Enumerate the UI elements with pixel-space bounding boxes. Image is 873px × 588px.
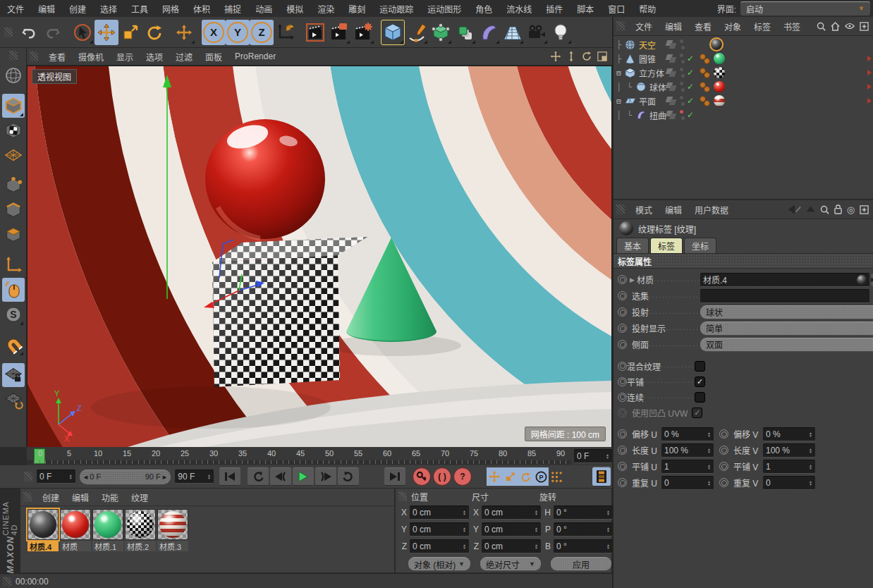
add-box-icon[interactable]: [860, 205, 869, 214]
vp-menu-view[interactable]: 查看: [42, 51, 72, 63]
viewport-rotate-icon[interactable]: [581, 51, 592, 62]
search-icon[interactable]: [817, 22, 826, 31]
offset-v-field[interactable]: 0 %▲▼: [763, 427, 815, 441]
menu-sculpt[interactable]: 雕刻: [341, 3, 372, 15]
offset-u-field[interactable]: 0 %▲▼: [661, 427, 714, 441]
vp-menu-options[interactable]: 选项: [140, 51, 169, 63]
light-button[interactable]: [549, 20, 573, 45]
apply-button[interactable]: 应用: [551, 557, 611, 571]
menu-animate[interactable]: 动画: [248, 3, 279, 15]
menu-pipeline[interactable]: 流水线: [499, 3, 539, 15]
instance-array-button[interactable]: [453, 20, 477, 45]
play-button[interactable]: [293, 467, 314, 486]
keyframe-dot[interactable]: [618, 307, 627, 317]
layer-toggle[interactable]: [666, 82, 677, 92]
selection-field[interactable]: [700, 289, 869, 303]
enabled-check[interactable]: ✓: [687, 54, 697, 63]
enabled-check[interactable]: ✓: [687, 110, 697, 120]
timeline-track[interactable]: 0 5 10 15 20 25 30 35 40 45 50 55 60 65 …: [27, 448, 571, 465]
tag-dots[interactable]: [700, 54, 711, 64]
length-v-field[interactable]: 100 %▲▼: [763, 443, 815, 458]
rotation-b-field[interactable]: 0 °▲▼: [554, 539, 613, 553]
keyframe-dot[interactable]: [618, 393, 627, 402]
mix-textures-checkbox[interactable]: [695, 361, 705, 372]
menu-volume[interactable]: 体积: [186, 3, 217, 15]
start-frame-field[interactable]: 0 F▲▼: [37, 470, 75, 484]
menu-motion-tracker[interactable]: 运动跟踪: [372, 3, 420, 15]
om-menu-view[interactable]: 查看: [688, 20, 718, 32]
spinner[interactable]: ▲▼: [606, 453, 609, 459]
am-menu-edit[interactable]: 编辑: [659, 204, 688, 216]
key-pla-toggle[interactable]: [549, 467, 564, 486]
key-parameter-toggle[interactable]: P: [533, 467, 549, 486]
am-grip[interactable]: [616, 204, 625, 214]
texture-tag-stripes[interactable]: [714, 95, 725, 106]
viewport-grip[interactable]: [30, 51, 38, 61]
texture-tag-green[interactable]: [714, 53, 725, 64]
mat-menu-create[interactable]: 创建: [36, 491, 66, 503]
last-tool-button[interactable]: [172, 20, 196, 45]
add-box-icon[interactable]: [860, 22, 869, 31]
tab-tag[interactable]: 标签: [650, 238, 683, 253]
vp-menu-cameras[interactable]: 摄像机: [72, 51, 110, 63]
move-tool-button[interactable]: [94, 20, 118, 45]
vp-menu-filter[interactable]: 过滤: [169, 51, 199, 63]
lock-y-axis-button[interactable]: Y: [226, 20, 250, 45]
tag-dots[interactable]: [700, 68, 711, 78]
visibility-dots[interactable]: [680, 39, 685, 49]
enabled-check[interactable]: ✓: [687, 68, 697, 78]
open-timeline-button[interactable]: [592, 467, 611, 486]
tiles-u-field[interactable]: 1▲▼: [661, 460, 714, 474]
material-item-red[interactable]: 材质: [60, 509, 91, 551]
record-keyframe-button[interactable]: [413, 467, 431, 486]
rotate-tool-button[interactable]: [142, 20, 166, 45]
visibility-dots[interactable]: [680, 96, 685, 106]
mat-menu-edit[interactable]: 编辑: [66, 491, 95, 503]
position-x-field[interactable]: 0 cm▲▼: [410, 506, 469, 520]
previous-frame-button[interactable]: [270, 467, 291, 486]
mat-menu-texture[interactable]: 纹理: [125, 491, 154, 503]
visibility-dots[interactable]: [680, 54, 685, 63]
keyframe-dot[interactable]: [618, 291, 627, 300]
object-row-cone[interactable]: ├ 圆锥 ✓: [613, 51, 873, 66]
model-mode-button[interactable]: [2, 94, 25, 118]
keyframe-dot[interactable]: [618, 377, 627, 386]
visibility-dots[interactable]: [680, 82, 685, 92]
projection-dropdown[interactable]: 球状▼: [700, 305, 873, 319]
menu-tools[interactable]: 工具: [124, 3, 155, 15]
object-row-bend[interactable]: │ └ 扭曲 ✓: [613, 108, 873, 122]
menu-window[interactable]: 窗口: [601, 3, 632, 15]
menu-help[interactable]: 帮助: [632, 3, 663, 15]
goto-start-button[interactable]: [219, 467, 240, 486]
search-icon[interactable]: [820, 205, 829, 214]
lock-z-axis-button[interactable]: Z: [250, 20, 274, 45]
size-z-field[interactable]: 0 cm▲▼: [482, 539, 541, 553]
menu-script[interactable]: 脚本: [570, 3, 601, 15]
lock-workplane-button[interactable]: [2, 363, 25, 387]
menu-simulate[interactable]: 模拟: [279, 3, 310, 15]
projection-display-dropdown[interactable]: 简单▼: [700, 321, 873, 336]
om-grip[interactable]: [616, 21, 625, 31]
viewport-solo-button[interactable]: S: [2, 302, 25, 326]
om-menu-tags[interactable]: 标签: [747, 20, 777, 32]
transport-grip[interactable]: [24, 472, 32, 482]
menu-edit[interactable]: 编辑: [31, 3, 62, 15]
repetitions-v-field[interactable]: 0▲▼: [763, 476, 815, 490]
tiles-v-field[interactable]: 1▲▼: [763, 460, 815, 474]
tag-dots[interactable]: [700, 82, 711, 92]
position-y-field[interactable]: 0 cm▲▼: [410, 522, 469, 537]
viewport-toggle-layout-icon[interactable]: [597, 51, 608, 62]
render-view-button[interactable]: [303, 20, 327, 45]
menu-create[interactable]: 创建: [62, 3, 93, 15]
coord-grip[interactable]: [398, 491, 407, 501]
goto-end-button[interactable]: [384, 467, 405, 486]
undo-button[interactable]: [17, 20, 41, 45]
camera-button[interactable]: [525, 20, 549, 45]
key-scale-toggle[interactable]: [502, 467, 518, 486]
up-level-icon[interactable]: [806, 205, 815, 214]
enable-axis-button[interactable]: [2, 253, 25, 277]
autokeying-button[interactable]: ( ): [433, 467, 451, 486]
size-y-field[interactable]: 0 cm▲▼: [482, 522, 541, 537]
keyframe-selection-button[interactable]: ?: [453, 467, 472, 486]
object-row-cube[interactable]: ⊟ 立方体 ✓: [613, 66, 873, 80]
